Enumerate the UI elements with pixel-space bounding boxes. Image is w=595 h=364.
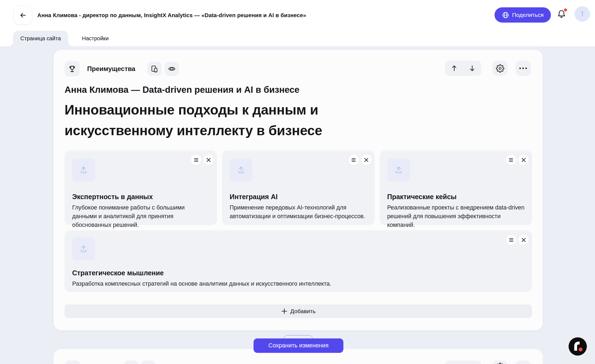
tab-site-page[interactable]: Страница сайта	[13, 31, 68, 46]
drag-handle-icon	[509, 158, 513, 162]
card-remove-button[interactable]	[361, 155, 371, 165]
card-drag-handle[interactable]	[349, 155, 359, 165]
preview-eye-button[interactable]	[141, 360, 155, 364]
card-description[interactable]: Разработка комплексных стратегий на осно…	[72, 279, 525, 288]
close-icon	[364, 158, 368, 162]
arrow-up-icon	[450, 64, 458, 72]
back-button[interactable]	[14, 6, 32, 24]
notification-dot	[564, 8, 567, 11]
plus-icon	[281, 308, 288, 314]
save-changes-label: Сохранить изменения	[268, 342, 329, 349]
preview-eye-button[interactable]	[165, 62, 179, 76]
document-title: Анна Климова - директор по данным, Insig…	[37, 0, 306, 30]
drag-handle-icon	[194, 158, 198, 162]
close-icon	[521, 238, 526, 242]
move-up-button[interactable]	[450, 64, 458, 72]
card-description[interactable]: Применение передовых AI-технологий для а…	[230, 203, 367, 221]
card-remove-button[interactable]	[518, 235, 529, 245]
notifications-button[interactable]	[557, 9, 567, 21]
upload-icon	[393, 165, 404, 175]
tab-site-page-label: Страница сайта	[20, 35, 61, 42]
add-card-label: Добавить	[290, 308, 316, 314]
image-upload-placeholder[interactable]	[72, 159, 95, 181]
avatar-initial: T	[580, 10, 584, 18]
eye-icon	[168, 65, 176, 73]
drag-handle-icon	[352, 158, 356, 162]
card-remove-button[interactable]	[203, 155, 214, 165]
gear-icon	[496, 64, 504, 73]
card-drag-handle[interactable]	[191, 155, 201, 165]
section-title[interactable]: Инновационные подходы к данным и искусст…	[65, 100, 322, 141]
tab-settings[interactable]: Настройки	[74, 31, 117, 46]
card-title[interactable]: Интеграция AI	[230, 193, 277, 201]
move-section-pill[interactable]	[445, 360, 481, 364]
benefit-cards-row: Экспертность в данных Глубокое понимание…	[65, 150, 532, 225]
section-settings-button[interactable]	[492, 360, 508, 364]
close-icon	[206, 158, 211, 162]
gear-icon	[496, 363, 504, 364]
save-changes-button[interactable]: Сохранить изменения	[254, 338, 343, 353]
close-icon	[521, 158, 526, 162]
drag-handle-icon	[509, 238, 513, 242]
arrow-left-icon	[19, 11, 27, 19]
section-benefits: Преимущества	[54, 50, 543, 330]
move-down-button[interactable]	[468, 64, 476, 72]
move-section-pill	[445, 61, 481, 76]
image-upload-placeholder[interactable]	[387, 159, 410, 181]
globe-icon	[502, 11, 509, 19]
card-title[interactable]: Экспертность в данных	[72, 193, 153, 201]
image-upload-placeholder[interactable]	[72, 237, 95, 260]
topbar: Анна Климова - директор по данным, Insig…	[0, 0, 595, 46]
section-settings-button[interactable]	[492, 61, 508, 76]
card-drag-handle[interactable]	[506, 235, 516, 245]
section-title-line2: искусственному интеллекту в бизнесе	[65, 120, 322, 141]
card-title[interactable]: Практические кейсы	[387, 193, 457, 201]
share-button[interactable]: Поделиться	[495, 7, 551, 23]
trophy-icon	[68, 64, 77, 73]
tab-settings-label: Настройки	[82, 35, 109, 42]
r-logo-icon	[569, 337, 587, 356]
card-drag-handle[interactable]	[506, 155, 516, 165]
add-card-button[interactable]: Добавить	[65, 304, 532, 318]
image-upload-placeholder[interactable]	[230, 159, 252, 181]
upload-icon	[78, 244, 89, 254]
avatar[interactable]: T	[575, 6, 590, 22]
arrow-down-icon	[468, 64, 476, 72]
benefit-card-4: Стратегическое мышление Разработка компл…	[65, 230, 532, 292]
section-type-button[interactable]	[65, 360, 80, 364]
benefit-card-2: Интеграция AI Применение передовых AI-те…	[222, 150, 374, 225]
ellipsis-icon	[519, 67, 527, 69]
section-more-button[interactable]	[515, 360, 531, 364]
device-preview-button[interactable]	[124, 360, 138, 364]
card-description[interactable]: Глубокое понимание работы с большими дан…	[72, 203, 210, 229]
share-button-label: Поделиться	[512, 12, 544, 18]
benefit-card-1: Экспертность в данных Глубокое понимание…	[65, 150, 217, 225]
card-remove-button[interactable]	[518, 155, 529, 165]
card-title[interactable]: Стратегическое мышление	[72, 269, 164, 277]
section-subtitle[interactable]: Анна Климова — Data-driven решения и AI …	[65, 85, 300, 95]
section-type-button[interactable]	[65, 61, 80, 76]
builder-watermark-logo[interactable]	[569, 337, 587, 356]
editor-screen: Анна Климова - директор по данным, Insig…	[0, 0, 595, 364]
section-title-line1: Инновационные подходы к данным и	[65, 100, 322, 120]
section-label: Преимущества	[87, 61, 135, 76]
upload-icon	[78, 165, 89, 175]
upload-icon	[236, 165, 246, 175]
benefit-card-3: Практические кейсы Реализованные проекты…	[380, 150, 532, 225]
device-preview-button[interactable]	[147, 62, 161, 76]
devices-icon	[150, 65, 158, 73]
section-more-button[interactable]	[515, 61, 531, 76]
card-description[interactable]: Реализованные проекты с внедрением data-…	[387, 203, 525, 229]
